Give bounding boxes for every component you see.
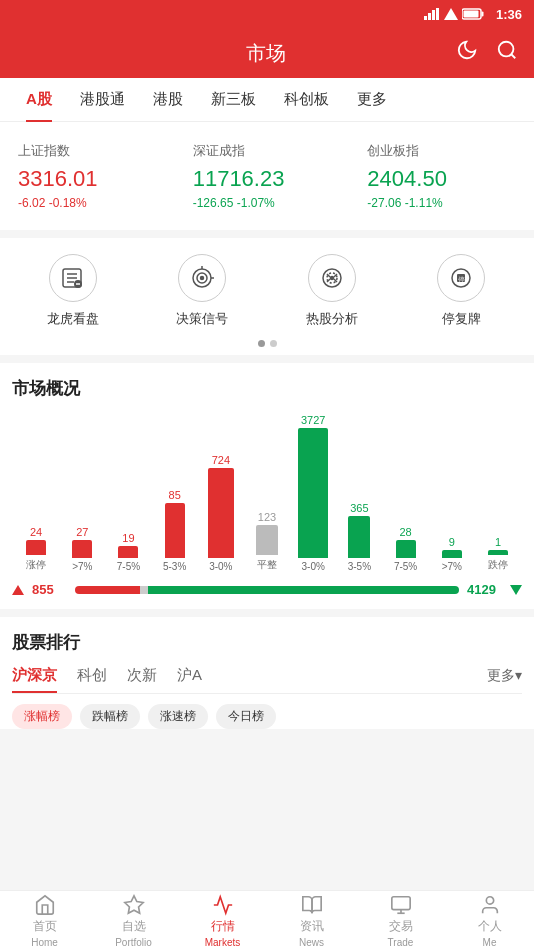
rank-tab-shdjing[interactable]: 沪深京 xyxy=(12,666,57,693)
progress-red xyxy=(75,586,140,594)
index-card-sh[interactable]: 上证指数 3316.01 -6.02 -0.18% xyxy=(8,134,177,218)
market-chart: 24 涨停 27 >7% 19 7-5% 85 5-3% xyxy=(12,412,522,572)
tab-star[interactable]: 科创板 xyxy=(270,78,343,122)
bar-zhangting[interactable]: 24 涨停 xyxy=(14,526,58,572)
rank-tab-kechuang[interactable]: 科创 xyxy=(77,666,107,693)
bar-dieting[interactable]: 1 跌停 xyxy=(476,536,520,572)
status-icons: 1:36 xyxy=(424,7,522,22)
dot-2 xyxy=(270,340,277,347)
bottom-nav: 首页 Home 自选 Portfolio 行情 Markets 资讯 News … xyxy=(0,890,534,950)
ranking-section: 股票排行 沪深京 科创 次新 沪A 更多▾ 涨幅榜 跌幅榜 涨速榜 今日榜 xyxy=(0,617,534,729)
sub-tabs: 涨幅榜 跌幅榜 涨速榜 今日榜 xyxy=(12,694,522,729)
svg-point-35 xyxy=(486,896,493,903)
rank-tab-more[interactable]: 更多▾ xyxy=(487,666,522,693)
bar-7-5[interactable]: 19 7-5% xyxy=(106,532,150,572)
nav-home-cn: 首页 xyxy=(33,918,57,935)
tool-juce[interactable]: 决策信号 xyxy=(162,254,242,328)
bar-3-0-red[interactable]: 724 3-0% xyxy=(199,454,243,572)
bar-7-5-green[interactable]: 28 7-5% xyxy=(384,526,428,572)
svg-rect-3 xyxy=(436,8,439,20)
svg-rect-1 xyxy=(428,13,431,20)
bar-3-5-green[interactable]: 365 3-5% xyxy=(337,502,381,572)
nav-me-cn: 个人 xyxy=(478,918,502,935)
tab-more[interactable]: 更多 xyxy=(343,78,401,122)
market-title: 市场概况 xyxy=(12,377,522,400)
nav-home-en: Home xyxy=(31,937,58,948)
svg-rect-7 xyxy=(463,11,478,18)
nav-portfolio-cn: 自选 xyxy=(122,918,146,935)
nav-me-en: Me xyxy=(483,937,497,948)
tool-longhu[interactable]: 龙虎看盘 xyxy=(33,254,113,328)
nav-trade-cn: 交易 xyxy=(389,918,413,935)
nav-news[interactable]: 资讯 News xyxy=(267,891,356,950)
svg-line-9 xyxy=(511,54,515,58)
nav-news-en: News xyxy=(299,937,324,948)
moon-icon[interactable] xyxy=(456,39,478,67)
bar-flat[interactable]: 123 平整 xyxy=(245,511,289,572)
nav-markets[interactable]: 行情 Markets xyxy=(178,891,267,950)
nav-news-cn: 资讯 xyxy=(300,918,324,935)
sub-tab-speed[interactable]: 涨速榜 xyxy=(148,704,208,729)
down-triangle-icon xyxy=(510,585,522,595)
index-cy-value: 2404.50 xyxy=(367,166,516,192)
sub-tab-fall[interactable]: 跌幅榜 xyxy=(80,704,140,729)
nav-markets-en: Markets xyxy=(205,937,241,948)
nav-home[interactable]: 首页 Home xyxy=(0,891,89,950)
index-sh-name: 上证指数 xyxy=(18,142,167,160)
index-cy-change: -27.06 -1.11% xyxy=(367,196,516,210)
bar-5-3[interactable]: 85 5-3% xyxy=(153,489,197,572)
sub-tab-rise[interactable]: 涨幅榜 xyxy=(12,704,72,729)
progress-green xyxy=(148,586,459,594)
news-icon xyxy=(301,894,323,916)
index-card-sz[interactable]: 深证成指 11716.23 -126.65 -1.07% xyxy=(183,134,352,218)
sub-tab-today[interactable]: 今日榜 xyxy=(216,704,276,729)
ranking-tabs: 沪深京 科创 次新 沪A 更多▾ xyxy=(12,666,522,694)
nav-me[interactable]: 个人 Me xyxy=(445,891,534,950)
signal-icon xyxy=(424,8,440,20)
markets-icon xyxy=(212,894,234,916)
nav-markets-cn: 行情 xyxy=(211,918,235,935)
tool-longhu-label: 龙虎看盘 xyxy=(47,310,99,328)
nav-portfolio[interactable]: 自选 Portfolio xyxy=(89,891,178,950)
header-title: 市场 xyxy=(76,40,456,67)
dot-1 xyxy=(258,340,265,347)
tool-hot[interactable]: 热股分析 xyxy=(292,254,372,328)
tab-a-shares[interactable]: A股 xyxy=(12,78,66,122)
search-icon[interactable] xyxy=(496,39,518,67)
ranking-title: 股票排行 xyxy=(12,631,522,654)
battery-icon xyxy=(462,8,484,20)
bar-gt7[interactable]: 27 >7% xyxy=(60,526,104,572)
hot-icon xyxy=(308,254,356,302)
svg-rect-6 xyxy=(481,12,483,17)
header: 市场 xyxy=(0,28,534,78)
status-time: 1:36 xyxy=(496,7,522,22)
nav-trade-en: Trade xyxy=(388,937,414,948)
header-icons xyxy=(456,39,518,67)
index-card-cy[interactable]: 创业板指 2404.50 -27.06 -1.11% xyxy=(357,134,526,218)
bar-3-0-green[interactable]: 3727 3-0% xyxy=(291,414,335,572)
svg-point-8 xyxy=(499,42,514,57)
progress-bar xyxy=(75,586,459,594)
status-bar: 1:36 xyxy=(0,0,534,28)
tab-hk-connect[interactable]: 港股通 xyxy=(66,78,139,122)
tool-suspend[interactable]: 停 停复牌 xyxy=(421,254,501,328)
index-sh-change: -6.02 -0.18% xyxy=(18,196,167,210)
progress-gray xyxy=(140,586,148,594)
svg-point-18 xyxy=(201,277,204,280)
tab-hk[interactable]: 港股 xyxy=(139,78,197,122)
tab-new-board[interactable]: 新三板 xyxy=(197,78,270,122)
tools-section: 龙虎看盘 决策信号 xyxy=(0,238,534,355)
market-overview: 市场概况 24 涨停 27 >7% 19 7-5% xyxy=(0,363,534,609)
svg-rect-2 xyxy=(432,10,435,20)
svg-text:停: 停 xyxy=(458,276,465,283)
tools-grid: 龙虎看盘 决策信号 xyxy=(0,254,534,328)
nav-trade[interactable]: 交易 Trade xyxy=(356,891,445,950)
svg-marker-31 xyxy=(124,895,142,912)
rank-tab-hua[interactable]: 沪A xyxy=(177,666,202,693)
tool-suspend-label: 停复牌 xyxy=(442,310,481,328)
page-dots xyxy=(0,340,534,347)
rank-tab-cixin[interactable]: 次新 xyxy=(127,666,157,693)
progress-right-num: 4129 xyxy=(467,582,502,597)
index-sh-value: 3316.01 xyxy=(18,166,167,192)
bar-gt7-green[interactable]: 9 >7% xyxy=(430,536,474,572)
